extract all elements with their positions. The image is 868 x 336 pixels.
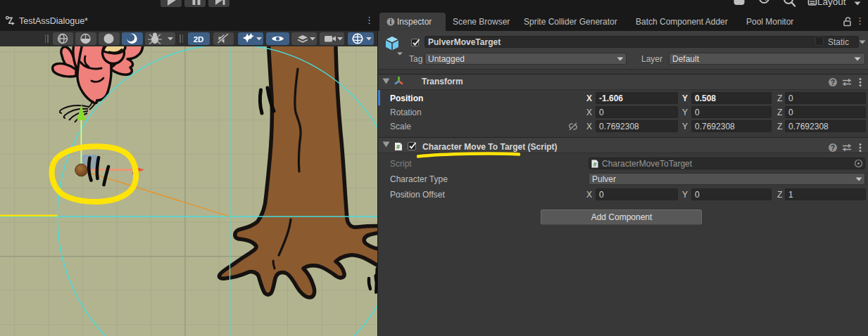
svg-text:#: # [593, 160, 597, 167]
svg-text:?: ? [831, 79, 835, 86]
svg-text:2D: 2D [194, 35, 204, 44]
